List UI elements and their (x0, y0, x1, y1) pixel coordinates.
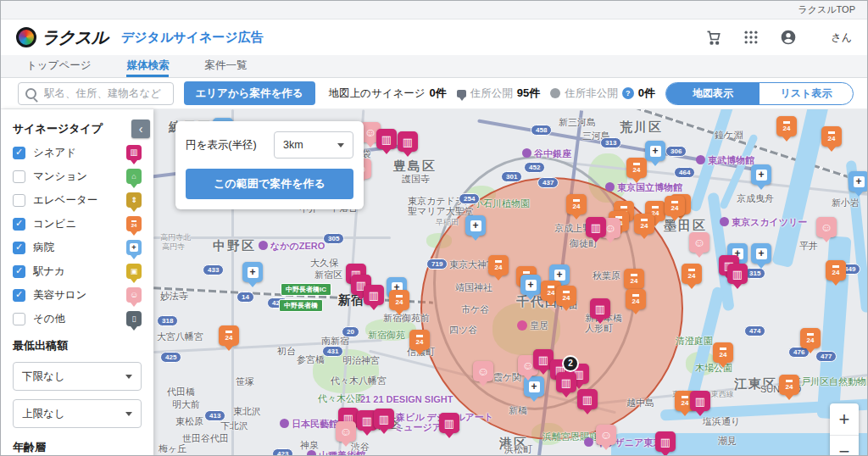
cinema-marker[interactable]: ▥ (374, 409, 394, 429)
conbini-marker[interactable]: 24 (800, 328, 821, 348)
stat-value: 95件 (517, 86, 540, 101)
type-filter-conbini[interactable]: コンビニ24 (13, 216, 142, 231)
budget-max-select[interactable]: 上限なし (13, 399, 142, 428)
type-filter-hospital[interactable]: 病院+ (13, 240, 142, 255)
cluster-count-badge[interactable]: 2 (562, 355, 579, 372)
cinema-marker[interactable]: ▥ (590, 298, 610, 319)
map-canvas[interactable]: 練馬区豊島区荒川区中野区千代田区墨田区渋谷区港区江東区新宿新宿区目白下落合中井池… (153, 109, 867, 456)
checkbox-ekinaka[interactable] (13, 265, 25, 278)
tab-media-search[interactable]: 媒体検索 (126, 55, 169, 77)
conbini-marker[interactable]: 24 (682, 264, 702, 284)
hospital-marker[interactable]: + (242, 262, 263, 282)
cinema-marker[interactable]: ▥ (690, 391, 710, 411)
checkbox-other[interactable] (13, 313, 25, 325)
create-in-range-button[interactable]: この範囲で案件を作る (186, 169, 353, 199)
apps-grid-icon[interactable] (743, 29, 760, 46)
cinema-marker[interactable]: ▥ (439, 413, 459, 433)
tab-projects[interactable]: 案件一覧 (204, 55, 247, 77)
zoom-in-button[interactable]: + (830, 403, 859, 435)
cinema-marker[interactable]: ▥ (556, 372, 576, 392)
zoom-out-button[interactable]: − (830, 435, 859, 456)
account-icon[interactable] (780, 29, 797, 46)
checkbox-cinema[interactable] (13, 147, 25, 159)
cinema-marker[interactable]: ▥ (577, 389, 598, 409)
cinema-marker[interactable]: ▥ (364, 285, 384, 305)
cinema-marker[interactable]: ▥ (398, 131, 418, 152)
raksul-logo[interactable]: ラクスル (16, 26, 108, 49)
salon-marker[interactable]: ☺ (816, 217, 837, 237)
stat-label: 住所公開 (470, 86, 513, 101)
cinema-marker[interactable]: ▥ (655, 431, 676, 452)
cinema-marker[interactable]: ▥ (586, 217, 606, 237)
conbini-marker[interactable]: 24 (556, 286, 576, 306)
map-label: 明大前 (172, 398, 200, 411)
hospital-marker[interactable]: + (751, 164, 771, 185)
hospital-marker[interactable]: + (751, 243, 771, 264)
sidebar-collapse-button[interactable]: ‹ (131, 120, 150, 138)
tab-top[interactable]: トップページ (26, 55, 91, 77)
conbini-marker[interactable]: 24 (626, 158, 647, 178)
conbini-marker[interactable]: 24 (779, 375, 799, 395)
user-name: さん (831, 31, 852, 45)
conbini-marker[interactable]: 24 (626, 289, 646, 309)
road-shield: 474 (744, 325, 765, 336)
cart-icon[interactable] (705, 29, 722, 46)
raksul-top-link[interactable]: ラクスルTOP (798, 1, 855, 19)
conbini-marker[interactable]: 24 (665, 196, 685, 216)
map-label: 大久保 (310, 257, 338, 270)
type-filter-elevator[interactable]: エレベーター⇕ (13, 192, 142, 208)
checkbox-hospital[interactable] (13, 242, 25, 254)
type-filter-other[interactable]: その他▯ (13, 311, 142, 326)
conbini-marker[interactable]: 24 (219, 325, 239, 346)
budget-min-value: 下限なし (22, 370, 65, 384)
hospital-marker[interactable]: + (520, 275, 541, 295)
conbini-marker[interactable]: 24 (634, 214, 654, 234)
conbini-marker[interactable]: 24 (624, 269, 644, 289)
search-box[interactable] (18, 82, 174, 105)
conbini-marker[interactable]: 24 (389, 290, 409, 310)
salon-marker[interactable]: ☺ (689, 232, 709, 253)
conbini-marker[interactable]: 24 (826, 260, 846, 281)
store-24-icon: 24 (548, 286, 555, 297)
hospital-marker[interactable]: + (849, 171, 867, 192)
hospital-marker[interactable]: + (465, 215, 486, 236)
map-label: 平井 (799, 240, 818, 253)
view-toggle: 地図表示 リスト表示 (665, 82, 854, 105)
type-filter-ekinaka[interactable]: 駅ナカ▣ (13, 264, 142, 279)
create-from-area-button[interactable]: エリアから案件を作る (184, 81, 315, 105)
checkbox-elevator[interactable] (13, 194, 25, 207)
type-filter-salon[interactable]: 美容サロン☺ (13, 287, 142, 303)
conbini-marker[interactable]: 24 (488, 255, 509, 275)
list-view-button[interactable]: リスト表示 (760, 83, 853, 104)
road-shield: 254 (459, 193, 480, 204)
type-filter-cinema[interactable]: シネアド▥ (13, 145, 142, 160)
main-content: ‹ サイネージタイプ シネアド▥マンション⌂エレベーター⇕コンビニ24病院+駅ナ… (1, 109, 867, 456)
expressway-shield: 中野長者橋 (279, 299, 323, 312)
signage-pin-icon (457, 90, 466, 97)
cinema-marker[interactable]: ▥ (376, 129, 397, 149)
radius-label: 円を表示(半径) (186, 138, 257, 153)
conbini-marker[interactable]: 24 (566, 194, 587, 214)
budget-min-select[interactable]: 下限なし (13, 362, 142, 391)
radius-select[interactable]: 3km (274, 131, 353, 158)
conbini-marker[interactable]: 24 (713, 342, 733, 363)
store-24-icon: 24 (720, 348, 727, 359)
checkbox-conbini[interactable] (13, 218, 25, 231)
hospital-marker[interactable]: + (645, 141, 665, 161)
conbini-marker[interactable]: 24 (409, 330, 430, 350)
conbini-marker[interactable]: 24 (776, 116, 797, 136)
help-icon[interactable]: ? (622, 87, 634, 99)
type-filter-mansion[interactable]: マンション⌂ (13, 169, 142, 184)
map-view-button[interactable]: 地図表示 (666, 83, 760, 104)
cinema-marker[interactable]: ▥ (727, 264, 748, 284)
road-shield: 318 (157, 315, 178, 326)
search-input[interactable] (18, 82, 174, 105)
page-title: デジタルサイネージ広告 (121, 30, 264, 46)
map-label: 清澄庭園 (676, 335, 713, 348)
salon-marker[interactable]: ☺ (473, 361, 493, 381)
salon-marker[interactable]: ☺ (336, 421, 356, 442)
checkbox-mansion[interactable] (13, 170, 25, 183)
conbini-marker[interactable]: 24 (821, 126, 842, 147)
checkbox-salon[interactable] (13, 289, 25, 302)
salon-marker[interactable]: ☺ (596, 425, 616, 445)
